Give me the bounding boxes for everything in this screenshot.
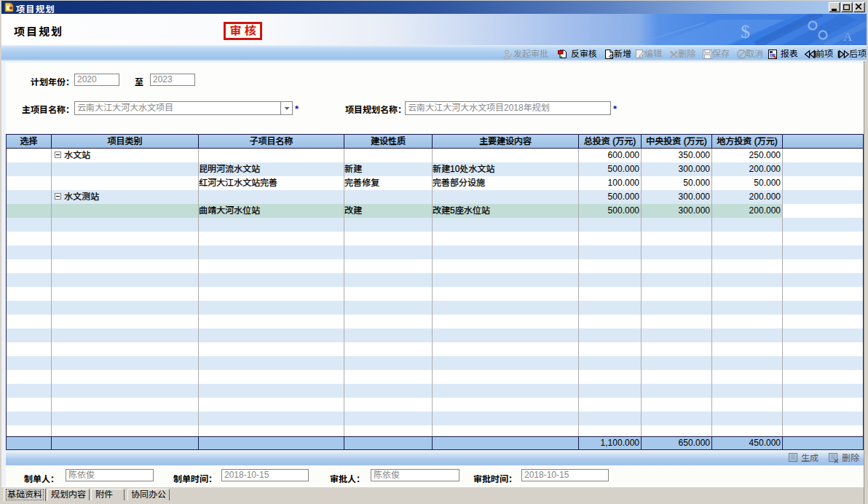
svg-text:$: $: [741, 21, 750, 42]
